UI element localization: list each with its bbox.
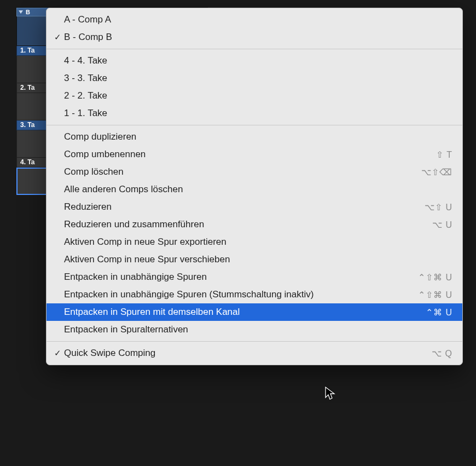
menu-item-unpack-independent[interactable]: Entpacken in unabhängige Spuren ⌃⇧⌘ U <box>47 268 462 286</box>
menu-item-flatten-merge[interactable]: Reduzieren und zusammenführen ⌥ U <box>47 216 462 233</box>
menu-item-shortcut: ⌥ U <box>432 220 452 230</box>
menu-item-take-4[interactable]: 4 - 4. Take <box>47 52 462 70</box>
menu-item-quick-swipe-comping[interactable]: ✓ Quick Swipe Comping ⌥ Q <box>47 344 462 362</box>
menu-item-comp-a[interactable]: A - Comp A <box>47 11 462 28</box>
menu-item-label: Aktiven Comp in neue Spur verschieben <box>64 254 452 265</box>
menu-item-label: Alle anderen Comps löschen <box>64 184 452 195</box>
menu-item-label: 4 - 4. Take <box>64 55 452 66</box>
take-label: 1. Ta <box>20 47 34 54</box>
menu-item-label: 2 - 2. Take <box>64 90 452 101</box>
menu-item-comp-duplicate[interactable]: Comp duplizieren <box>47 128 462 146</box>
menu-item-label: Entpacken in Spuren mit demselben Kanal <box>64 307 426 318</box>
menu-item-label: Reduzieren und zusammenführen <box>64 219 432 230</box>
menu-item-take-1[interactable]: 1 - 1. Take <box>47 105 462 122</box>
disclosure-triangle-icon[interactable] <box>17 8 25 16</box>
menu-item-comp-rename[interactable]: Comp umbenennen ⇧ T <box>47 146 462 163</box>
menu-item-unpack-alternatives[interactable]: Entpacken in Spuralternativen <box>47 321 462 338</box>
menu-item-label: Comp duplizieren <box>64 131 452 142</box>
take-label: 2. Ta <box>20 84 34 91</box>
menu-item-move-active-comp[interactable]: Aktiven Comp in neue Spur verschieben <box>47 251 462 268</box>
menu-item-delete-other-comps[interactable]: Alle anderen Comps löschen <box>47 181 462 198</box>
menu-item-shortcut: ⌃⇧⌘ U <box>418 290 452 300</box>
menu-item-label: Comp umbenennen <box>64 149 436 160</box>
menu-item-unpack-independent-mute-inactive[interactable]: Entpacken in unabhängige Spuren (Stummsc… <box>47 286 462 303</box>
menu-item-label: Entpacken in unabhängige Spuren <box>64 272 418 283</box>
menu-item-label: A - Comp A <box>64 14 452 25</box>
menu-item-shortcut: ⌥⇧⌫ <box>421 167 452 177</box>
folder-label: B <box>25 9 30 15</box>
take-label: 4. Ta <box>20 158 34 166</box>
menu-divider <box>47 125 462 125</box>
check-icon: ✓ <box>51 348 64 358</box>
menu-item-take-2[interactable]: 2 - 2. Take <box>47 87 462 105</box>
check-icon: ✓ <box>51 32 64 42</box>
menu-item-label: 3 - 3. Take <box>64 73 452 84</box>
take-label: 3. Ta <box>20 121 34 129</box>
menu-item-label: 1 - 1. Take <box>64 108 452 119</box>
menu-item-label: Entpacken in Spuralternativen <box>64 324 452 335</box>
menu-item-comp-delete[interactable]: Comp löschen ⌥⇧⌫ <box>47 163 462 181</box>
menu-item-label: Aktiven Comp in neue Spur exportieren <box>64 237 452 248</box>
menu-item-shortcut: ⌃⌘ U <box>426 307 452 318</box>
timeline-ruler[interactable] <box>16 0 208 8</box>
cursor-icon <box>325 387 336 403</box>
menu-item-unpack-same-channel[interactable]: Entpacken in Spuren mit demselben Kanal … <box>47 303 462 321</box>
menu-item-flatten[interactable]: Reduzieren ⌥⇧ U <box>47 198 462 216</box>
menu-item-label: B - Comp B <box>64 32 452 43</box>
menu-item-label: Quick Swipe Comping <box>64 348 432 359</box>
menu-item-label: Comp löschen <box>64 166 421 177</box>
menu-divider <box>47 341 462 342</box>
menu-item-take-3[interactable]: 3 - 3. Take <box>47 70 462 87</box>
comp-dropdown-menu: A - Comp A ✓ B - Comp B 4 - 4. Take 3 - … <box>46 8 463 365</box>
menu-item-shortcut: ⌃⇧⌘ U <box>418 272 452 283</box>
menu-item-shortcut: ⌥⇧ U <box>425 202 452 212</box>
menu-divider <box>47 49 462 49</box>
menu-item-label: Entpacken in unabhängige Spuren (Stummsc… <box>64 289 418 300</box>
menu-item-export-active-comp[interactable]: Aktiven Comp in neue Spur exportieren <box>47 233 462 251</box>
menu-item-shortcut: ⌥ Q <box>432 348 452 359</box>
menu-item-label: Reduzieren <box>64 202 425 212</box>
svg-marker-0 <box>19 10 23 14</box>
menu-item-shortcut: ⇧ T <box>436 149 452 160</box>
menu-item-comp-b[interactable]: ✓ B - Comp B <box>47 28 462 46</box>
